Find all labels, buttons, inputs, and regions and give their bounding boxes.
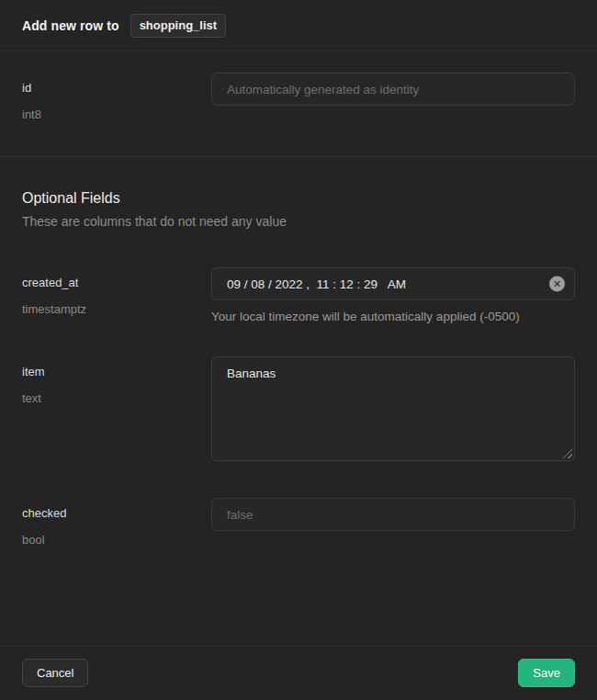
optional-fields-section: Optional Fields These are columns that d…: [0, 157, 597, 547]
created-at-input-block: ✕ Your local timezone will be automatica…: [211, 267, 575, 323]
field-meta-created-at: created_at timestamptz: [22, 267, 211, 323]
field-row-item: item text Bananas: [22, 356, 575, 461]
timezone-helper-text: Your local timezone will be automaticall…: [211, 310, 575, 323]
optional-fields-heading: Optional Fields: [22, 190, 575, 207]
field-label-checked: checked: [22, 506, 211, 520]
field-label-id: id: [22, 81, 211, 95]
item-textarea-wrap: Bananas: [211, 356, 575, 461]
field-label-item: item: [22, 365, 211, 378]
field-type-item: text: [22, 391, 211, 405]
field-row-id: id int8: [22, 73, 575, 121]
field-row-checked: checked bool: [22, 498, 575, 547]
field-type-created-at: timestamptz: [22, 302, 211, 316]
field-type-id: int8: [22, 107, 211, 121]
optional-fields-subheading: These are columns that do not need any v…: [22, 214, 575, 229]
drawer-footer: Cancel Save: [0, 646, 597, 700]
created-at-datetime-input[interactable]: [211, 267, 575, 300]
item-textarea[interactable]: Bananas: [211, 356, 575, 461]
save-button[interactable]: Save: [518, 659, 575, 687]
field-row-created-at: created_at timestamptz ✕ Your local time…: [22, 267, 575, 323]
table-name-badge: shopping_list: [130, 14, 227, 38]
created-at-input-wrap: ✕: [211, 267, 575, 300]
cancel-button[interactable]: Cancel: [22, 659, 88, 687]
field-meta-checked: checked bool: [22, 498, 211, 547]
drawer-header: Add new row to shopping_list: [0, 0, 597, 51]
clear-datetime-icon[interactable]: ✕: [549, 277, 565, 292]
id-input-wrap: [211, 73, 575, 121]
id-input[interactable]: [211, 73, 575, 106]
drawer-title: Add new row to: [22, 18, 119, 33]
field-meta-item: item text: [22, 356, 211, 461]
required-fields-section: id int8: [0, 51, 597, 157]
checked-input-wrap: [211, 498, 575, 547]
field-label-created-at: created_at: [22, 276, 211, 289]
field-meta-id: id int8: [22, 73, 211, 121]
field-type-checked: bool: [22, 533, 211, 547]
checked-input[interactable]: [211, 498, 575, 531]
